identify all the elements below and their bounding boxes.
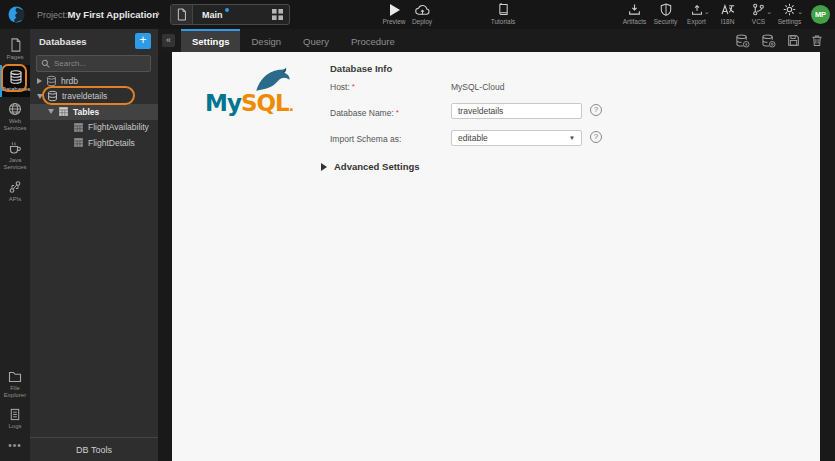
database-name-input[interactable] (451, 103, 582, 119)
play-icon (389, 3, 400, 16)
sidebar-item-label: Web Services (1, 118, 30, 132)
help-icon[interactable]: ? (590, 131, 602, 143)
tutorials-button[interactable]: Tutorials (486, 3, 520, 25)
mysql-wordmark: MySQL. (205, 90, 293, 116)
table-icon (58, 106, 69, 117)
app-window: Project:My First Application › Main Prev… (0, 0, 835, 461)
help-icon[interactable]: ? (590, 104, 602, 116)
page-file-icon[interactable] (171, 5, 193, 24)
download-tray-icon (628, 3, 641, 16)
sidebar-item-label: File Explorer (1, 385, 30, 399)
tree-item-label: hrdb (61, 76, 78, 86)
db-pull-icon[interactable] (735, 34, 750, 48)
tree-item-hrdb[interactable]: hrdb (30, 73, 158, 89)
gear-icon: ⌄ (783, 3, 796, 16)
i18n-button[interactable]: I18N (712, 3, 743, 25)
add-database-button[interactable]: + (135, 33, 151, 49)
i18n-label: I18N (721, 18, 735, 25)
sidebar-item-pages[interactable]: Pages (0, 33, 30, 65)
advanced-settings-toggle[interactable]: Advanced Settings (321, 161, 420, 172)
advanced-settings-label: Advanced Settings (334, 161, 420, 172)
tree-item-flightdetails[interactable]: FlightDetails (30, 135, 158, 151)
tab-settings[interactable]: Settings (181, 29, 240, 52)
artifacts-button[interactable]: Artifacts (619, 3, 650, 25)
table-icon (73, 137, 84, 148)
tab-procedure[interactable]: Procedure (340, 29, 406, 52)
settings-label: Settings (778, 18, 802, 25)
search-box[interactable] (36, 55, 151, 72)
tutorials-label: Tutorials (491, 18, 516, 25)
deploy-label: Deploy (412, 18, 432, 25)
wavemaker-logo-icon[interactable] (8, 6, 25, 23)
tree-item-tables[interactable]: Tables (30, 104, 158, 120)
settings-button[interactable]: ⌄ Settings (774, 3, 805, 25)
import-schema-select[interactable]: editable ▼ (451, 130, 582, 146)
sidebar-spacer (0, 207, 30, 366)
breadcrumb-chevron-icon: › (156, 7, 160, 19)
page-icon (9, 38, 22, 52)
vcs-button[interactable]: ⌄ VCS (743, 3, 774, 25)
chevron-down-icon: ⌄ (766, 8, 772, 16)
log-file-icon (9, 408, 21, 421)
page-switcher[interactable]: Main (170, 4, 290, 25)
sidebar-item-logs[interactable]: Logs (0, 403, 30, 434)
database-icon (46, 75, 57, 87)
database-icon (47, 90, 58, 102)
caret-down-icon[interactable] (48, 109, 54, 114)
caret-right-icon[interactable] (37, 78, 42, 84)
sidebar-item-web-services[interactable]: Web Services (0, 97, 30, 136)
db-tools-button[interactable]: DB Tools (30, 437, 158, 461)
sidebar-item-label: Pages (1, 54, 30, 61)
tab-bar: « Settings Design Query Procedure (158, 29, 835, 52)
save-icon[interactable] (787, 34, 800, 47)
tree-item-label: FlightAvailability (88, 122, 149, 132)
panel-title: Databases (39, 36, 87, 47)
topbar-right-actions: Artifacts Security ⌄ Export I18N ⌄ VCS ⌄… (619, 3, 805, 25)
book-icon (498, 3, 509, 16)
export-button[interactable]: ⌄ Export (681, 3, 712, 25)
sidebar-item-file-explorer[interactable]: File Explorer (0, 366, 30, 403)
import-schema-label: Import Schema as: (330, 134, 401, 144)
sidebar-item-label: APIs (1, 196, 30, 203)
tab-design[interactable]: Design (240, 29, 292, 52)
shield-icon (660, 3, 672, 16)
databases-panel: Databases + hrdb traveldetails Tables (30, 29, 158, 461)
api-nodes-icon (8, 180, 22, 194)
coffee-icon (8, 141, 22, 155)
tree-item-label: FlightDetails (88, 138, 135, 148)
upload-icon: ⌄ (691, 3, 703, 16)
project-label: Project: (37, 10, 68, 20)
delete-icon[interactable] (811, 34, 823, 47)
db-export-icon[interactable] (761, 34, 776, 48)
tree-item-flightavailability[interactable]: FlightAvailability (30, 120, 158, 136)
current-page-name: Main (193, 10, 265, 20)
search-input[interactable] (54, 59, 146, 68)
collapse-panel-button[interactable]: « (162, 34, 175, 47)
required-marker: * (396, 108, 399, 117)
sidebar-item-databases[interactable]: Databases (0, 65, 30, 97)
project-breadcrumb: Project:My First Application (37, 9, 158, 20)
globe-icon (8, 102, 22, 116)
main-area: « Settings Design Query Procedure MySQL.… (158, 29, 835, 461)
settings-content: MySQL. Database Info Host:* MySQL-Cloud … (172, 52, 820, 461)
tree-item-traveldetails[interactable]: traveldetails (30, 89, 158, 105)
dashboard-grid-icon[interactable] (265, 9, 289, 20)
topbar: Project:My First Application › Main Prev… (0, 0, 835, 29)
folder-icon (8, 371, 22, 383)
security-button[interactable]: Security (650, 3, 681, 25)
database-name-label: Database Name:* (330, 108, 399, 118)
caret-down-icon[interactable] (37, 94, 43, 99)
more-options-icon[interactable]: ••• (0, 434, 30, 461)
tab-query[interactable]: Query (292, 29, 340, 52)
sidebar-item-label: Logs (1, 423, 30, 430)
caret-right-icon (321, 163, 327, 171)
sidebar-item-label: Databases (2, 86, 31, 93)
sidebar-item-java-services[interactable]: Java Services (0, 136, 30, 175)
deploy-button[interactable]: Deploy (405, 3, 439, 25)
host-label: Host:* (330, 82, 355, 92)
select-caret-icon: ▼ (569, 135, 575, 141)
host-value: MySQL-Cloud (451, 82, 504, 92)
sidebar-item-apis[interactable]: APIs (0, 175, 30, 207)
user-avatar[interactable]: MP (811, 5, 830, 24)
tree-item-label: traveldetails (62, 91, 107, 101)
